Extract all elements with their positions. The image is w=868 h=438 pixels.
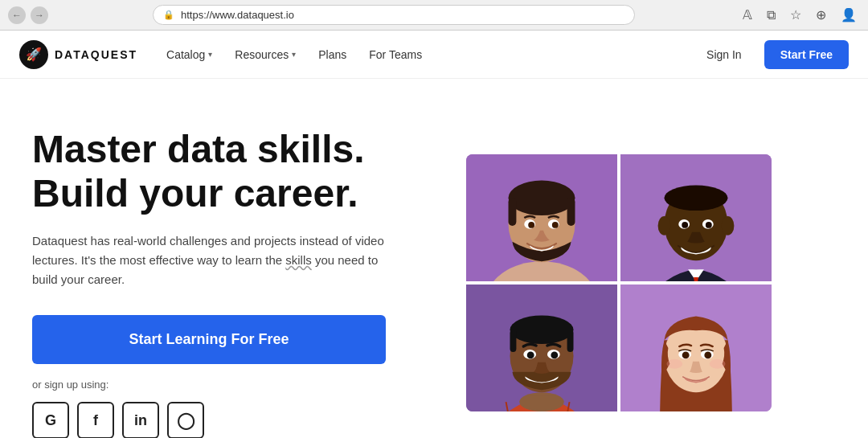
linkedin-login-button[interactable]: in (122, 402, 159, 438)
facebook-login-button[interactable]: f (77, 402, 114, 438)
start-free-button[interactable]: Start Free (764, 40, 849, 69)
logo-icon: 🚀 (19, 40, 48, 69)
nav-plans[interactable]: Plans (309, 42, 356, 68)
nav-links: Catalog ▾ Resources ▾ Plans For Teams (157, 42, 694, 68)
svg-rect-30 (567, 330, 574, 352)
photo-grid (466, 154, 772, 411)
url-text: https://www.dataquest.io (181, 9, 624, 21)
catalog-label: Catalog (166, 48, 205, 61)
person-illustration-4 (620, 284, 772, 411)
browser-window-controls: ← → (8, 6, 48, 24)
lock-icon: 🔒 (163, 10, 174, 20)
github-icon: ◯ (177, 411, 194, 430)
svg-point-33 (527, 352, 534, 359)
person-illustration-1 (466, 154, 617, 281)
nav-catalog[interactable]: Catalog ▾ (157, 42, 222, 68)
svg-point-39 (682, 352, 690, 359)
rocket-icon: 🚀 (26, 47, 42, 62)
svg-point-19 (682, 222, 688, 228)
svg-point-20 (706, 222, 712, 228)
extensions-button[interactable]: ⊕ (813, 6, 829, 24)
hero-right (466, 154, 772, 411)
hero-title-line2: Build your career. (32, 172, 358, 215)
svg-point-4 (509, 181, 575, 215)
svg-point-9 (528, 222, 534, 228)
forward-button[interactable]: → (31, 6, 48, 24)
google-login-button[interactable]: G (32, 402, 69, 438)
svg-point-41 (666, 359, 682, 369)
browser-toolbar: 𝔸 ⧉ ☆ ⊕ 👤 (739, 6, 860, 24)
svg-point-40 (704, 352, 711, 359)
site-navigation: 🚀 DATAQUEST Catalog ▾ Resources ▾ Plans … (0, 31, 868, 79)
logo-text: DATAQUEST (55, 48, 137, 61)
browser-titlebar: ← → 🔒 https://www.dataquest.io 𝔸 ⧉ ☆ ⊕ 👤 (0, 0, 868, 30)
catalog-chevron-icon: ▾ (208, 50, 212, 59)
signin-button[interactable]: Sign In (694, 42, 755, 68)
cta-start-learning-button[interactable]: Start Learning For Free (32, 315, 386, 364)
resources-label: Resources (235, 48, 289, 61)
hero-left: Master data skills. Build your career. D… (32, 127, 434, 438)
svg-rect-6 (567, 199, 575, 227)
hero-title-line1: Master data skills. (32, 128, 365, 170)
tab-view-button[interactable]: ⧉ (764, 6, 779, 24)
github-login-button[interactable]: ◯ (167, 402, 204, 438)
browser-chrome: ← → 🔒 https://www.dataquest.io 𝔸 ⧉ ☆ ⊕ 👤 (0, 0, 868, 31)
svg-point-16 (722, 216, 735, 235)
hero-title: Master data skills. Build your career. (32, 127, 434, 215)
logo-area[interactable]: 🚀 DATAQUEST (19, 40, 137, 69)
signup-using-text: or sign up using: (32, 379, 434, 391)
nav-resources[interactable]: Resources ▾ (225, 42, 305, 68)
nav-for-teams[interactable]: For Teams (359, 42, 432, 68)
linkedin-icon: in (134, 412, 147, 429)
back-button[interactable]: ← (8, 6, 26, 24)
person-illustration-2 (620, 154, 772, 281)
profile-button[interactable]: 👤 (837, 6, 860, 24)
resources-chevron-icon: ▾ (292, 50, 296, 59)
svg-point-34 (551, 352, 558, 359)
svg-rect-29 (510, 330, 517, 352)
photo-cell-bottom-left (466, 284, 617, 411)
photo-cell-top-left (466, 154, 617, 281)
hero-subtitle: Dataquest has real-world challenges and … (32, 231, 386, 289)
plans-label: Plans (318, 48, 346, 61)
svg-point-14 (665, 186, 728, 211)
photo-cell-bottom-right (620, 284, 772, 411)
nav-right: Sign In Start Free (694, 40, 849, 69)
svg-point-10 (552, 222, 559, 228)
for-teams-label: For Teams (369, 48, 422, 61)
reader-mode-button[interactable]: 𝔸 (739, 6, 755, 24)
svg-rect-5 (509, 199, 517, 227)
facebook-icon: f (93, 412, 98, 429)
photo-cell-top-right (620, 154, 772, 281)
social-login-buttons: G f in ◯ (32, 402, 434, 438)
favorite-button[interactable]: ☆ (787, 6, 805, 24)
svg-point-15 (658, 216, 671, 235)
main-content: Master data skills. Build your career. D… (0, 79, 868, 438)
svg-point-28 (510, 316, 574, 345)
person-illustration-3 (466, 284, 617, 411)
address-bar[interactable]: 🔒 https://www.dataquest.io (153, 5, 635, 25)
svg-point-42 (710, 359, 726, 369)
google-icon: G (45, 412, 56, 429)
